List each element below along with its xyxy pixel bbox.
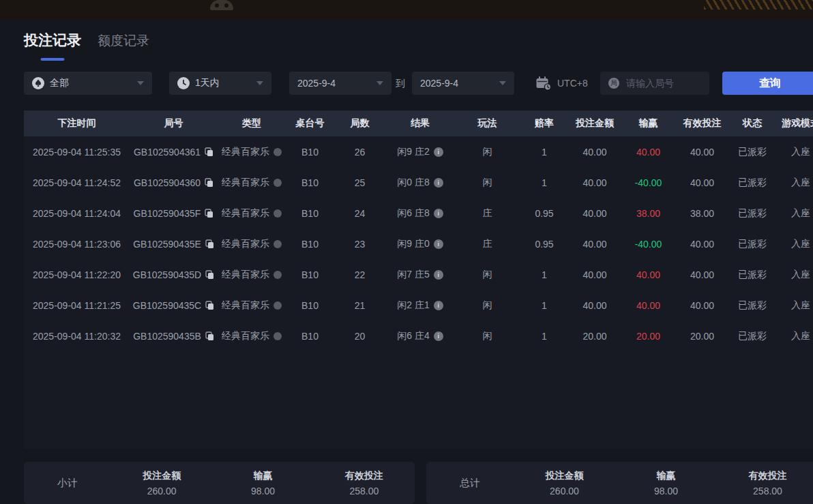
cell-win: -40.00 [621,228,676,259]
tab-bar: 投注记录 额度记录 [24,31,149,50]
header-round-no: 局数 [334,110,385,136]
round-number-input[interactable] [625,77,701,89]
cell-game-type: 经典百家乐 [218,228,286,259]
cell-play: 庄 [455,198,520,228]
timezone-label: UTC+8 [557,78,588,89]
game-type-dot-icon [274,240,282,248]
cell-round-no: 23 [334,228,385,259]
tab-quota-records[interactable]: 额度记录 [98,32,149,50]
cell-status: 已派彩 [728,228,776,259]
table-row: 2025-09-04 11:25:35 GB1025904361 经典百家乐 B… [24,136,813,167]
cell-result: 闲9 庄2 i [385,136,455,167]
cell-game-mode: 入座 [776,321,813,351]
cell-table-no: B10 [286,198,334,228]
game-type-dot-icon [274,179,282,187]
result-info-icon[interactable]: i [434,178,443,188]
cell-status: 已派彩 [728,321,776,351]
cell-bet-amount: 40.00 [569,228,621,259]
round-number-search: 局 [600,72,709,95]
header-bet-amount: 投注金额 [569,110,621,136]
cell-result: 闲9 庄0 i [385,228,455,259]
copy-icon[interactable] [205,239,214,249]
spade-icon [32,77,44,89]
cell-status: 已派彩 [728,290,776,321]
table-row: 2025-09-04 11:24:04 GB102590435F 经典百家乐 B… [24,198,813,228]
cell-valid-bet: 38.00 [676,198,728,228]
header-play: 玩法 [455,110,520,136]
subtotal-bet-amount: 投注金额 260.00 [111,470,212,496]
active-tab-underline [41,58,65,61]
cell-win: 40.00 [621,290,676,321]
copy-icon[interactable] [205,147,213,157]
date-to-dropdown[interactable]: 2025-9-4 [412,72,514,95]
cell-round-id: GB1025904360 [130,167,218,198]
cell-round-no: 26 [334,136,385,167]
result-info-icon[interactable]: i [434,209,443,218]
cell-table-no: B10 [286,228,334,259]
cell-round-no: 24 [334,198,385,228]
cell-bet-time: 2025-09-04 11:24:52 [24,167,130,198]
cell-valid-bet: 40.00 [676,136,728,167]
cell-win: -40.00 [621,167,676,198]
cell-win: 20.00 [621,321,676,351]
cell-bet-time: 2025-09-04 11:20:32 [24,321,130,351]
result-info-icon[interactable]: i [434,147,443,157]
result-info-icon[interactable]: i [434,301,443,310]
subtotal-panel: 小计 投注金额 260.00 输赢 98.00 有效投注 258.00 [24,462,415,504]
copy-icon[interactable] [205,178,213,188]
header-table-no: 桌台号 [286,110,334,136]
cell-valid-bet: 40.00 [676,290,728,321]
game-type-value: 全部 [50,77,69,89]
header-odds: 赔率 [520,110,569,136]
result-info-icon[interactable]: i [434,239,443,249]
cell-status: 已派彩 [728,167,776,198]
chevron-down-icon [256,81,263,85]
table-row: 2025-09-04 11:24:52 GB1025904360 经典百家乐 B… [24,167,813,198]
calendar-clock-icon [535,76,552,91]
cell-table-no: B10 [286,136,334,167]
game-type-dot-icon [274,271,282,279]
result-info-icon[interactable]: i [434,331,443,341]
copy-icon[interactable] [205,270,214,280]
result-info-icon[interactable]: i [434,270,443,280]
cell-odds: 1 [520,259,569,290]
query-button[interactable]: 查询 [722,72,813,95]
round-number-icon: 局 [608,78,619,89]
header-valid-bet: 有效投注 [676,110,728,136]
tab-quota-records-label: 额度记录 [98,33,149,48]
subtotal-valid-bet: 有效投注 258.00 [314,470,415,496]
cell-play: 闲 [455,321,520,351]
cell-bet-amount: 40.00 [569,136,621,167]
total-panel: 总计 投注金额 260.00 输赢 98.00 有效投注 258.00 [426,462,813,504]
total-label: 总计 [426,477,514,490]
cell-status: 已派彩 [728,136,776,167]
tab-betting-records[interactable]: 投注记录 [24,31,81,50]
game-type-dot-icon [274,209,282,218]
cell-bet-amount: 20.00 [569,321,621,351]
copy-icon[interactable] [205,209,213,218]
date-from-dropdown[interactable]: 2025-9-4 [289,72,391,95]
cell-bet-amount: 40.00 [569,259,621,290]
header-bet-time: 下注时间 [24,110,130,136]
cell-win: 38.00 [621,198,676,228]
cell-play: 闲 [455,259,520,290]
copy-icon[interactable] [205,331,214,341]
cell-result: 闲7 庄5 i [385,259,455,290]
tab-betting-records-label: 投注记录 [24,32,81,48]
copy-icon[interactable] [205,301,214,310]
clock-icon [177,77,190,89]
background-gold-stripes-decoration [704,0,813,10]
cell-bet-time: 2025-09-04 11:22:20 [24,259,130,290]
cell-table-no: B10 [286,259,334,290]
cell-game-mode: 入座 [776,136,813,167]
time-range-dropdown[interactable]: 1天内 [169,72,271,95]
header-game-type: 类型 [218,110,286,136]
total-valid-bet: 有效投注 258.00 [717,470,813,496]
cell-round-no: 22 [334,259,385,290]
game-type-dropdown[interactable]: 全部 [24,72,152,95]
cell-win: 40.00 [621,136,676,167]
cell-bet-amount: 40.00 [569,198,621,228]
cell-bet-amount: 40.00 [569,167,621,198]
cell-game-mode: 入座 [776,228,813,259]
cell-result: 闲6 庄8 i [385,198,455,228]
